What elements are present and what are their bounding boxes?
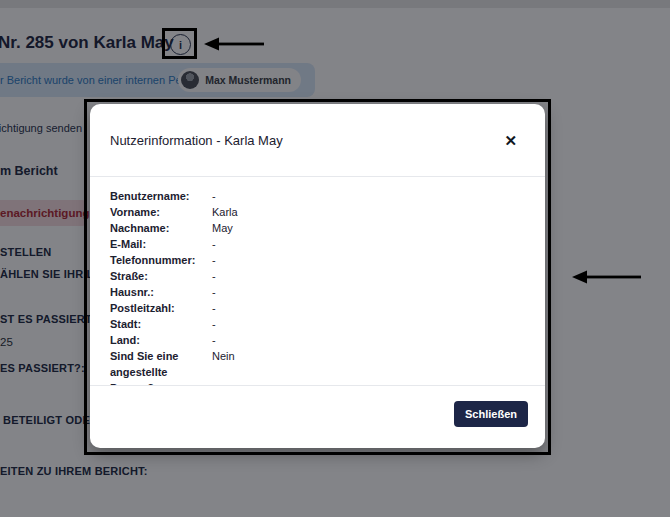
user-info-modal: Nutzerinformation - Karla May ✕ Benutzer… [90, 104, 545, 448]
arrow-pointing-to-info-icon [202, 36, 266, 52]
user-info-label: Postleitzahl: [110, 300, 212, 316]
modal-body: Benutzername: - Vorname: Karla Nachname:… [90, 177, 545, 385]
user-info-row: Straße: - [110, 268, 525, 284]
modal-header: Nutzerinformation - Karla May ✕ [90, 104, 545, 177]
user-info-row: Hausnr.: - [110, 284, 525, 300]
user-info-row: Telefonnummer: - [110, 252, 525, 268]
user-info-label: Straße: [110, 268, 212, 284]
user-info-label: Stadt: [110, 316, 212, 332]
user-info-value: Karla [212, 204, 525, 220]
user-info-value: - [212, 316, 525, 332]
user-info-value: - [212, 268, 525, 284]
user-info-label: Land: [110, 332, 212, 348]
user-info-row: Nachname: May [110, 220, 525, 236]
user-info-label: Sind Sie eine angestellte Person?: [110, 348, 212, 385]
user-info-label: Telefonnummer: [110, 252, 212, 268]
user-info-row: E-Mail: - [110, 236, 525, 252]
user-info-value: - [212, 332, 525, 348]
user-info-value: - [212, 300, 525, 316]
modal-footer: Schließen [90, 385, 545, 448]
close-button[interactable]: Schließen [454, 401, 528, 427]
user-info-value: - [212, 284, 525, 300]
user-info-value: May [212, 220, 525, 236]
user-info-value: - [212, 188, 525, 204]
user-info-row: Sind Sie eine angestellte Person?: Nein [110, 348, 525, 385]
user-info-label: Benutzername: [110, 188, 212, 204]
user-info-value: - [212, 236, 525, 252]
user-info-label: E-Mail: [110, 236, 212, 252]
user-info-row: Benutzername: - [110, 188, 525, 204]
info-icon-annotation-box [162, 28, 197, 59]
user-info-label: Hausnr.: [110, 284, 212, 300]
user-info-row: Stadt: - [110, 316, 525, 332]
user-info-row: Postleitzahl: - [110, 300, 525, 316]
user-info-label: Nachname: [110, 220, 212, 236]
modal-title: Nutzerinformation - Karla May [110, 133, 283, 148]
close-icon[interactable]: ✕ [496, 131, 525, 150]
user-info-row: Land: - [110, 332, 525, 348]
arrow-pointing-to-modal [570, 269, 642, 285]
user-info-row: Vorname: Karla [110, 204, 525, 220]
user-info-value: - [212, 252, 525, 268]
user-info-label: Vorname: [110, 204, 212, 220]
user-info-value: Nein [212, 348, 525, 385]
